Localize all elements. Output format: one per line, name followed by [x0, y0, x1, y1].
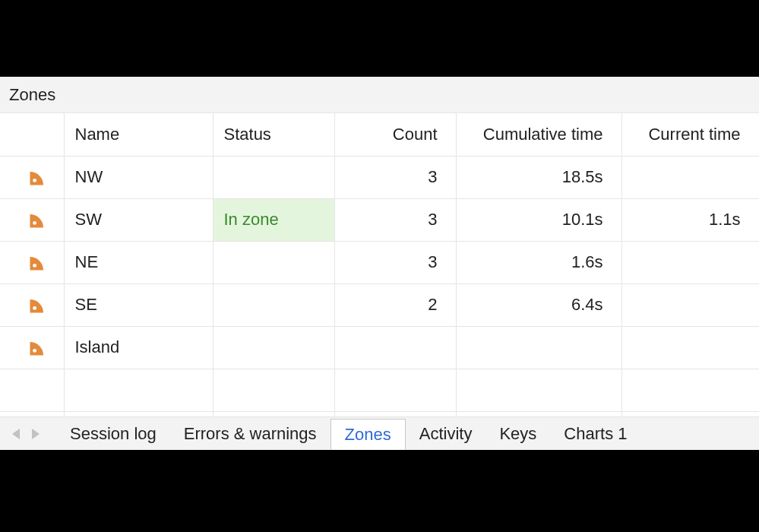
tab-nav [5, 417, 53, 450]
row-status [213, 156, 334, 198]
panel-title: Zones [9, 85, 55, 105]
row-status [213, 283, 334, 326]
svg-point-0 [33, 179, 36, 182]
table-row[interactable]: Island [0, 326, 759, 369]
table-row[interactable]: SE26.4s [0, 283, 759, 326]
col-status[interactable]: Status [213, 113, 334, 156]
zone-icon [27, 209, 49, 230]
row-cur [621, 241, 759, 283]
tab-session-log[interactable]: Session log [56, 417, 170, 450]
row-name: Island [64, 326, 213, 369]
row-cume: 1.6s [456, 241, 621, 283]
row-icon-cell [0, 283, 64, 326]
col-cur[interactable]: Current time [621, 113, 759, 156]
table-row[interactable]: NW318.5s [0, 156, 759, 198]
row-icon-cell [0, 156, 64, 198]
zone-icon [27, 252, 49, 273]
row-cur [621, 283, 759, 326]
svg-point-3 [33, 306, 36, 310]
table-header-row: Name Status Count Cumulative time Curren… [0, 113, 759, 156]
zone-icon [27, 166, 49, 188]
row-count: 3 [334, 156, 456, 198]
row-status [213, 326, 334, 369]
table-row-empty [0, 411, 759, 416]
tab-keys[interactable]: Keys [485, 417, 550, 450]
table-row-empty [0, 369, 759, 411]
row-count: 3 [334, 241, 456, 283]
row-icon-cell [0, 198, 64, 241]
tab-activity[interactable]: Activity [406, 417, 486, 450]
row-count [334, 326, 456, 369]
svg-point-4 [33, 349, 36, 353]
tab-charts-1[interactable]: Charts 1 [550, 417, 640, 450]
row-name: SE [64, 283, 213, 326]
row-cume [456, 326, 621, 369]
row-count: 2 [334, 283, 456, 326]
tab-next-icon[interactable] [32, 429, 40, 439]
row-name: NE [64, 241, 213, 283]
row-status [213, 241, 334, 283]
row-name: SW [64, 198, 213, 241]
zones-table: Name Status Count Cumulative time Curren… [0, 113, 759, 416]
col-icon[interactable] [0, 113, 64, 156]
tab-zones[interactable]: Zones [330, 419, 406, 450]
row-icon-cell [0, 241, 64, 283]
row-cume: 18.5s [456, 156, 621, 198]
zone-icon [27, 294, 49, 315]
table-row[interactable]: NE31.6s [0, 241, 759, 283]
panel-header: Zones [0, 77, 759, 113]
row-cume: 10.1s [456, 198, 621, 241]
row-cur [621, 326, 759, 369]
table-row[interactable]: SWIn zone310.1s1.1s [0, 198, 759, 241]
row-name: NW [64, 156, 213, 198]
tab-prev-icon[interactable] [12, 429, 20, 439]
zone-icon [27, 337, 49, 358]
tab-errors-warnings[interactable]: Errors & warnings [170, 417, 330, 450]
row-cume: 6.4s [456, 283, 621, 326]
tab-strip: Session logErrors & warningsZonesActivit… [0, 416, 759, 450]
svg-point-1 [33, 221, 36, 225]
col-name[interactable]: Name [64, 113, 213, 156]
svg-point-2 [33, 264, 36, 268]
zones-panel: Zones Name Status Count Cumulative time … [0, 77, 759, 450]
row-cur [621, 156, 759, 198]
row-cur: 1.1s [621, 198, 759, 241]
row-status: In zone [213, 198, 334, 241]
row-count: 3 [334, 198, 456, 241]
col-cume[interactable]: Cumulative time [456, 113, 621, 156]
col-count[interactable]: Count [334, 113, 456, 156]
row-icon-cell [0, 326, 64, 369]
